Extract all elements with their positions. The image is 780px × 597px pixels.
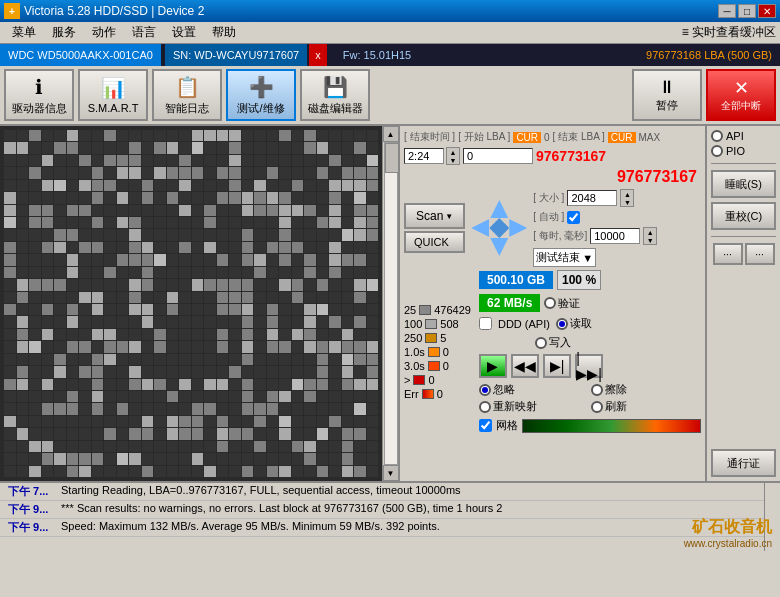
device-close[interactable]: x: [309, 44, 327, 66]
maximize-button[interactable]: □: [738, 4, 756, 18]
scroll-thumb[interactable]: [385, 143, 399, 173]
scan-button[interactable]: Scan ▼: [404, 203, 465, 229]
toolbar-disk-editor[interactable]: 💾 磁盘编辑器: [300, 69, 370, 121]
menu-item-4[interactable]: 设置: [164, 22, 204, 43]
stat-250-label: 250: [404, 332, 422, 344]
stat-25-bar: [419, 305, 431, 315]
disk-editor-icon: 💾: [323, 75, 348, 99]
end-button[interactable]: |▶▶|: [575, 354, 603, 378]
refresh-radio[interactable]: [591, 401, 603, 413]
ddd-checkbox[interactable]: [479, 317, 492, 330]
timeout-spin[interactable]: ▲ ▼: [643, 227, 657, 245]
auto-checkbox[interactable]: [567, 211, 580, 224]
nav-right[interactable]: [509, 219, 527, 237]
drive-info-icon: ℹ: [35, 75, 43, 99]
smart-icon: 📊: [101, 76, 126, 100]
toolbar-log[interactable]: 📋 智能日志: [152, 69, 222, 121]
timeout-spin-up[interactable]: ▲: [644, 228, 656, 236]
size-spin[interactable]: ▲ ▼: [620, 189, 634, 207]
nav-down[interactable]: [490, 238, 508, 256]
stop-button[interactable]: ✕ 全部中断: [706, 69, 776, 121]
stat-1s-label: 1.0s: [404, 346, 425, 358]
scan-btn-area: Scan ▼ QUICK [ 大小 ] ▲ ▼: [404, 189, 701, 267]
menu-bar-right: ≡ 实时查看缓冲区: [682, 24, 776, 41]
status-line-0: 下午 7... Starting Reading, LBA=0..9767731…: [0, 483, 780, 501]
pio-radio[interactable]: [711, 145, 723, 157]
pct-progress: 100 %: [557, 270, 601, 290]
close-button[interactable]: ✕: [758, 4, 776, 18]
time-spin-up[interactable]: ▲: [447, 148, 459, 156]
verify-radio[interactable]: [544, 297, 556, 309]
net-bar: [522, 419, 701, 433]
stat-25: 25 476429: [404, 304, 471, 316]
size-spin-down[interactable]: ▼: [621, 198, 633, 206]
toolbar-btn-label-1: S.M.A.R.T: [88, 102, 139, 114]
diamond-nav: [469, 198, 529, 258]
write-radio[interactable]: [535, 337, 547, 349]
status-time-0: 下午 7...: [8, 484, 53, 499]
rewind-button[interactable]: ◀◀: [511, 354, 539, 378]
sleep-button[interactable]: 睡眠(S): [711, 170, 776, 198]
mini-btn-2[interactable]: ···: [745, 243, 775, 265]
app-icon: +: [4, 3, 20, 19]
scroll-up[interactable]: ▲: [383, 126, 399, 142]
end-action-select[interactable]: 测试结束 ▼: [533, 248, 596, 267]
api-radio[interactable]: [711, 130, 723, 142]
status-line-2: 下午 9... Speed: Maximum 132 MB/s. Average…: [0, 519, 780, 537]
toolbar-smart[interactable]: 📊 S.M.A.R.T: [78, 69, 148, 121]
nav-left[interactable]: [471, 219, 489, 237]
toolbar-drive-info[interactable]: ℹ 驱动器信息: [4, 69, 74, 121]
read-radio[interactable]: [556, 318, 568, 330]
stat-3s-bar: [428, 361, 440, 371]
stat-250-val: 5: [440, 332, 446, 344]
menu-item-5[interactable]: 帮助: [204, 22, 244, 43]
toolbar-test[interactable]: ➕ 测试/维修: [226, 69, 296, 121]
nav-up[interactable]: [490, 200, 508, 218]
time-spin-down[interactable]: ▼: [447, 156, 459, 164]
erase-radio[interactable]: [591, 384, 603, 396]
remap-radio[interactable]: [479, 401, 491, 413]
watermark: 矿石收音机 www.crystalradio.cn: [684, 517, 772, 549]
ignore-radio[interactable]: [479, 384, 491, 396]
scroll-track[interactable]: [384, 142, 398, 465]
scroll-down[interactable]: ▼: [383, 465, 399, 481]
next-button[interactable]: ▶|: [543, 354, 571, 378]
time-input[interactable]: [404, 148, 444, 164]
quick-button[interactable]: QUICK: [404, 231, 465, 253]
scan-dropdown-arrow: ▼: [445, 212, 453, 221]
size-input[interactable]: [567, 190, 617, 206]
start-lba-input[interactable]: [463, 148, 533, 164]
device-bar: WDC WD5000AAKX-001CA0 SN: WD-WCAYU971760…: [0, 44, 780, 66]
stats-row: 25 476429 100 508 250 5 1.0s 0: [404, 270, 701, 433]
menu-item-2[interactable]: 动作: [84, 22, 124, 43]
stat-100-label: 100: [404, 318, 422, 330]
timeout-input[interactable]: [590, 228, 640, 244]
net-checkbox[interactable]: [479, 419, 492, 432]
play-button[interactable]: ▶: [479, 354, 507, 378]
progress-options: 500.10 GB 100 % 62 MB/s 验证 DDD (API): [479, 270, 701, 433]
stat-250-bar: [425, 333, 437, 343]
read-label: 读取: [570, 316, 592, 331]
pause-button[interactable]: ⏸ 暂停: [632, 69, 702, 121]
reset-button[interactable]: 重校(C): [711, 202, 776, 230]
menu-item-3[interactable]: 语言: [124, 22, 164, 43]
size-spin-up[interactable]: ▲: [621, 190, 633, 198]
end-action-label: 测试结束: [536, 250, 580, 265]
menu-item-1[interactable]: 服务: [44, 22, 84, 43]
stat-250: 250 5: [404, 332, 471, 344]
time-spin[interactable]: ▲ ▼: [446, 147, 460, 165]
cert-button[interactable]: 通行证: [711, 449, 776, 477]
timeout-spin-down[interactable]: ▼: [644, 236, 656, 244]
menu-item-0[interactable]: 菜单: [4, 22, 44, 43]
pio-row: PIO: [711, 145, 776, 157]
scan-scrollbar[interactable]: ▲ ▼: [382, 126, 398, 481]
status-time-1: 下午 9...: [8, 502, 53, 517]
minimize-button[interactable]: ─: [718, 4, 736, 18]
timeout-row: [ 每时, 毫秒] ▲ ▼: [533, 227, 657, 245]
end-action-row: 测试结束 ▼: [533, 248, 657, 267]
auto-row: [ 自动 ]: [533, 210, 657, 224]
mini-btn-1[interactable]: ···: [713, 243, 743, 265]
ignore-label: 忽略: [493, 382, 515, 397]
ignore-row: 忽略: [479, 382, 589, 397]
nav-center[interactable]: [489, 218, 509, 238]
